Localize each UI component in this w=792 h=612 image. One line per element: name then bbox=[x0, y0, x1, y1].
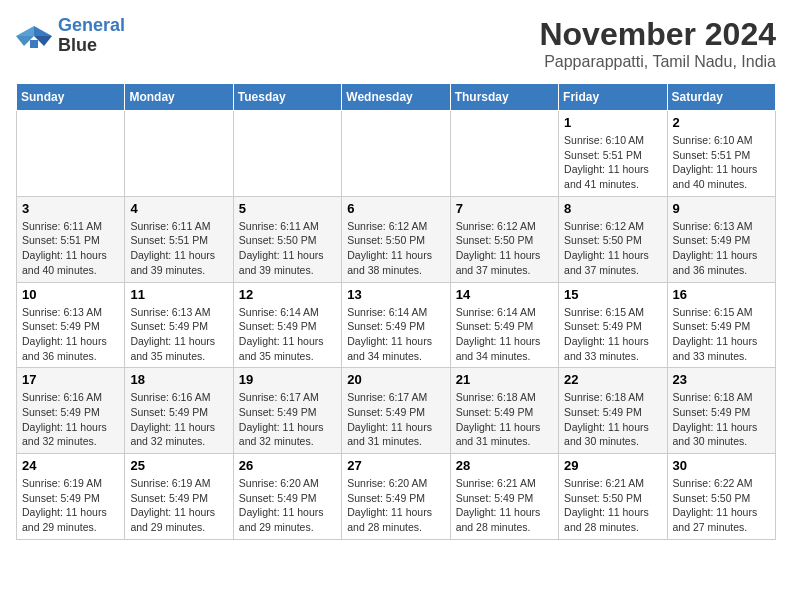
day-info: Sunrise: 6:16 AM Sunset: 5:49 PM Dayligh… bbox=[22, 390, 119, 449]
day-info: Sunrise: 6:20 AM Sunset: 5:49 PM Dayligh… bbox=[239, 476, 336, 535]
day-number: 7 bbox=[456, 201, 553, 216]
calendar-week-row: 10Sunrise: 6:13 AM Sunset: 5:49 PM Dayli… bbox=[17, 282, 776, 368]
day-number: 13 bbox=[347, 287, 444, 302]
day-info: Sunrise: 6:22 AM Sunset: 5:50 PM Dayligh… bbox=[673, 476, 770, 535]
day-info: Sunrise: 6:15 AM Sunset: 5:49 PM Dayligh… bbox=[673, 305, 770, 364]
day-number: 24 bbox=[22, 458, 119, 473]
calendar-header: SundayMondayTuesdayWednesdayThursdayFrid… bbox=[17, 84, 776, 111]
day-number: 2 bbox=[673, 115, 770, 130]
weekday-header: Thursday bbox=[450, 84, 558, 111]
day-number: 5 bbox=[239, 201, 336, 216]
calendar-cell: 25Sunrise: 6:19 AM Sunset: 5:49 PM Dayli… bbox=[125, 454, 233, 540]
day-number: 1 bbox=[564, 115, 661, 130]
calendar-cell: 11Sunrise: 6:13 AM Sunset: 5:49 PM Dayli… bbox=[125, 282, 233, 368]
weekday-header: Saturday bbox=[667, 84, 775, 111]
calendar-cell: 26Sunrise: 6:20 AM Sunset: 5:49 PM Dayli… bbox=[233, 454, 341, 540]
day-number: 27 bbox=[347, 458, 444, 473]
day-number: 26 bbox=[239, 458, 336, 473]
calendar-cell: 12Sunrise: 6:14 AM Sunset: 5:49 PM Dayli… bbox=[233, 282, 341, 368]
day-info: Sunrise: 6:18 AM Sunset: 5:49 PM Dayligh… bbox=[673, 390, 770, 449]
day-info: Sunrise: 6:13 AM Sunset: 5:49 PM Dayligh… bbox=[673, 219, 770, 278]
calendar-cell: 23Sunrise: 6:18 AM Sunset: 5:49 PM Dayli… bbox=[667, 368, 775, 454]
svg-rect-4 bbox=[30, 40, 38, 48]
calendar-table: SundayMondayTuesdayWednesdayThursdayFrid… bbox=[16, 83, 776, 540]
svg-marker-0 bbox=[34, 26, 52, 36]
weekday-header: Friday bbox=[559, 84, 667, 111]
calendar-week-row: 1Sunrise: 6:10 AM Sunset: 5:51 PM Daylig… bbox=[17, 111, 776, 197]
day-number: 14 bbox=[456, 287, 553, 302]
calendar-cell: 1Sunrise: 6:10 AM Sunset: 5:51 PM Daylig… bbox=[559, 111, 667, 197]
calendar-cell bbox=[450, 111, 558, 197]
calendar-cell: 22Sunrise: 6:18 AM Sunset: 5:49 PM Dayli… bbox=[559, 368, 667, 454]
day-info: Sunrise: 6:13 AM Sunset: 5:49 PM Dayligh… bbox=[130, 305, 227, 364]
day-number: 20 bbox=[347, 372, 444, 387]
day-info: Sunrise: 6:19 AM Sunset: 5:49 PM Dayligh… bbox=[22, 476, 119, 535]
calendar-body: 1Sunrise: 6:10 AM Sunset: 5:51 PM Daylig… bbox=[17, 111, 776, 540]
calendar-cell: 8Sunrise: 6:12 AM Sunset: 5:50 PM Daylig… bbox=[559, 196, 667, 282]
calendar-cell: 3Sunrise: 6:11 AM Sunset: 5:51 PM Daylig… bbox=[17, 196, 125, 282]
calendar-cell: 6Sunrise: 6:12 AM Sunset: 5:50 PM Daylig… bbox=[342, 196, 450, 282]
calendar-cell: 13Sunrise: 6:14 AM Sunset: 5:49 PM Dayli… bbox=[342, 282, 450, 368]
calendar-cell: 24Sunrise: 6:19 AM Sunset: 5:49 PM Dayli… bbox=[17, 454, 125, 540]
calendar-cell bbox=[233, 111, 341, 197]
day-number: 8 bbox=[564, 201, 661, 216]
calendar-cell: 7Sunrise: 6:12 AM Sunset: 5:50 PM Daylig… bbox=[450, 196, 558, 282]
calendar-cell: 16Sunrise: 6:15 AM Sunset: 5:49 PM Dayli… bbox=[667, 282, 775, 368]
calendar-cell: 30Sunrise: 6:22 AM Sunset: 5:50 PM Dayli… bbox=[667, 454, 775, 540]
logo-line1: General bbox=[58, 15, 125, 35]
calendar-cell: 5Sunrise: 6:11 AM Sunset: 5:50 PM Daylig… bbox=[233, 196, 341, 282]
day-info: Sunrise: 6:14 AM Sunset: 5:49 PM Dayligh… bbox=[239, 305, 336, 364]
day-number: 28 bbox=[456, 458, 553, 473]
day-number: 21 bbox=[456, 372, 553, 387]
day-info: Sunrise: 6:16 AM Sunset: 5:49 PM Dayligh… bbox=[130, 390, 227, 449]
day-number: 29 bbox=[564, 458, 661, 473]
day-info: Sunrise: 6:12 AM Sunset: 5:50 PM Dayligh… bbox=[564, 219, 661, 278]
day-info: Sunrise: 6:19 AM Sunset: 5:49 PM Dayligh… bbox=[130, 476, 227, 535]
page-header: General Blue November 2024 Papparappatti… bbox=[16, 16, 776, 71]
day-info: Sunrise: 6:15 AM Sunset: 5:49 PM Dayligh… bbox=[564, 305, 661, 364]
calendar-cell: 2Sunrise: 6:10 AM Sunset: 5:51 PM Daylig… bbox=[667, 111, 775, 197]
day-number: 22 bbox=[564, 372, 661, 387]
logo-text: General Blue bbox=[58, 16, 125, 56]
day-info: Sunrise: 6:10 AM Sunset: 5:51 PM Dayligh… bbox=[564, 133, 661, 192]
day-info: Sunrise: 6:20 AM Sunset: 5:49 PM Dayligh… bbox=[347, 476, 444, 535]
day-number: 11 bbox=[130, 287, 227, 302]
weekday-header: Tuesday bbox=[233, 84, 341, 111]
svg-marker-1 bbox=[16, 26, 34, 36]
day-info: Sunrise: 6:18 AM Sunset: 5:49 PM Dayligh… bbox=[564, 390, 661, 449]
day-number: 30 bbox=[673, 458, 770, 473]
calendar-cell: 17Sunrise: 6:16 AM Sunset: 5:49 PM Dayli… bbox=[17, 368, 125, 454]
calendar-cell: 27Sunrise: 6:20 AM Sunset: 5:49 PM Dayli… bbox=[342, 454, 450, 540]
calendar-cell: 9Sunrise: 6:13 AM Sunset: 5:49 PM Daylig… bbox=[667, 196, 775, 282]
day-number: 6 bbox=[347, 201, 444, 216]
calendar-cell: 19Sunrise: 6:17 AM Sunset: 5:49 PM Dayli… bbox=[233, 368, 341, 454]
day-info: Sunrise: 6:11 AM Sunset: 5:50 PM Dayligh… bbox=[239, 219, 336, 278]
calendar-cell: 29Sunrise: 6:21 AM Sunset: 5:50 PM Dayli… bbox=[559, 454, 667, 540]
day-info: Sunrise: 6:21 AM Sunset: 5:50 PM Dayligh… bbox=[564, 476, 661, 535]
day-number: 23 bbox=[673, 372, 770, 387]
calendar-cell: 10Sunrise: 6:13 AM Sunset: 5:49 PM Dayli… bbox=[17, 282, 125, 368]
day-number: 15 bbox=[564, 287, 661, 302]
day-info: Sunrise: 6:17 AM Sunset: 5:49 PM Dayligh… bbox=[347, 390, 444, 449]
day-info: Sunrise: 6:21 AM Sunset: 5:49 PM Dayligh… bbox=[456, 476, 553, 535]
weekday-header: Sunday bbox=[17, 84, 125, 111]
calendar-cell: 21Sunrise: 6:18 AM Sunset: 5:49 PM Dayli… bbox=[450, 368, 558, 454]
calendar-title: November 2024 bbox=[539, 16, 776, 53]
calendar-week-row: 17Sunrise: 6:16 AM Sunset: 5:49 PM Dayli… bbox=[17, 368, 776, 454]
calendar-cell: 15Sunrise: 6:15 AM Sunset: 5:49 PM Dayli… bbox=[559, 282, 667, 368]
calendar-subtitle: Papparappatti, Tamil Nadu, India bbox=[539, 53, 776, 71]
day-info: Sunrise: 6:11 AM Sunset: 5:51 PM Dayligh… bbox=[22, 219, 119, 278]
day-info: Sunrise: 6:12 AM Sunset: 5:50 PM Dayligh… bbox=[456, 219, 553, 278]
calendar-cell bbox=[342, 111, 450, 197]
day-number: 19 bbox=[239, 372, 336, 387]
day-info: Sunrise: 6:10 AM Sunset: 5:51 PM Dayligh… bbox=[673, 133, 770, 192]
calendar-cell: 4Sunrise: 6:11 AM Sunset: 5:51 PM Daylig… bbox=[125, 196, 233, 282]
day-number: 18 bbox=[130, 372, 227, 387]
day-number: 16 bbox=[673, 287, 770, 302]
logo-line2: Blue bbox=[58, 36, 125, 56]
calendar-cell: 18Sunrise: 6:16 AM Sunset: 5:49 PM Dayli… bbox=[125, 368, 233, 454]
day-number: 9 bbox=[673, 201, 770, 216]
day-info: Sunrise: 6:17 AM Sunset: 5:49 PM Dayligh… bbox=[239, 390, 336, 449]
calendar-cell bbox=[17, 111, 125, 197]
title-block: November 2024 Papparappatti, Tamil Nadu,… bbox=[539, 16, 776, 71]
